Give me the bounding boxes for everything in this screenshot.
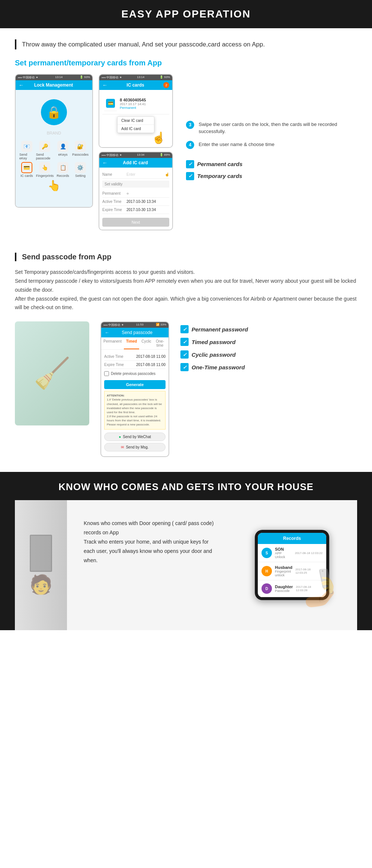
sp-active-time-row: Active Time 2017-08-18 11:00 xyxy=(104,353,166,361)
section2-desc-line1: Set Temporary passcode/cards/fingerprint… xyxy=(15,268,357,277)
watermark-text: BRAND xyxy=(47,131,61,135)
intro-text: Throw away the complicated user manual, … xyxy=(15,39,357,49)
phone2-carrier: •••• 中国移动 ✦ xyxy=(102,75,122,80)
avatar-son: S xyxy=(262,548,272,558)
phone3-battery: 🔋 89% xyxy=(160,153,170,157)
phone3-time: 13:34 xyxy=(137,153,144,157)
grid-item-setting[interactable]: ⚙️ Setting xyxy=(72,162,89,178)
rec-time-son: 2017-08-18 12:03:22 xyxy=(295,551,323,555)
fingerprints-icon: 👆 xyxy=(39,162,50,173)
records-item-son: S SON APP Unlock 2017-08-18 12:03:22 xyxy=(258,544,326,562)
section3-title: KNOW WHO COMES AND GETS INTO YOUR HOUSE xyxy=(15,481,357,500)
tab-cyclic[interactable]: Cyclic xyxy=(139,337,154,349)
tab-cus[interactable]: Cus xyxy=(166,337,169,349)
check-item-permanent: ✓ Permanent cards xyxy=(186,160,350,168)
check-item-temporary: ✓ Temporary cards xyxy=(186,172,350,180)
sp-title: Send passcode xyxy=(109,330,165,335)
section2-desc: Set Temporary passcode/cards/fingerprint… xyxy=(15,268,357,312)
grid-item-ic-cards[interactable]: 💳 IC cards xyxy=(19,162,34,178)
send-wechat-button[interactable]: ● Send by WeChat xyxy=(104,433,166,441)
active-time-row: Active Time 2017-10-30 13:34 xyxy=(102,198,169,206)
check-item-cyclic-password: ✓ Cyclic password xyxy=(180,350,357,359)
send-msg-label: Send by Msg. xyxy=(126,445,148,449)
phone-hand-wrapper: Records S SON APP Unlock 2017-08-18 12:0… xyxy=(255,530,329,600)
phone1-mockup: •••• 中国移动 ✦ 13:14 🔋 93% ← Lock Managemen… xyxy=(15,74,93,208)
grid-item-send-passcode[interactable]: 🔑 Send passcode xyxy=(36,141,54,160)
passcode-checklist-container: ✓ Permanent password ✓ Timed password ✓ … xyxy=(180,321,357,376)
lock-symbol: 🔒 xyxy=(46,105,61,119)
ic-cards-icon: 💳 xyxy=(21,162,32,173)
phone3-carrier: •••• 中国移动 ✦ xyxy=(102,153,122,157)
check-icon-timed-password: ✓ xyxy=(180,338,189,346)
step3-text: Swipe the user cards on the lock, then t… xyxy=(199,121,350,135)
section3-desc-line1: Knows who comes with Door opening ( card… xyxy=(84,519,216,537)
expire-time-value[interactable]: 2017-10-30 13:34 xyxy=(126,208,169,212)
attention-title: ATTENTION: xyxy=(107,394,125,397)
phone1-status-bar: •••• 中国移动 ✦ 13:14 🔋 93% xyxy=(16,75,92,80)
step4-info: 4 Enter the user name & choose time xyxy=(186,141,350,149)
sp-expire-time-label: Expire Time xyxy=(104,363,124,367)
fingerprints-label: Fingerprints xyxy=(36,174,54,178)
send-msg-button[interactable]: ✉ Send by Msg. xyxy=(104,443,166,451)
phone3-mockup: •••• 中国移动 ✦ 13:34 🔋 89% ← Add IC card Na… xyxy=(99,152,173,230)
section3-left: 🧑 Knows who comes with Door opening ( ca… xyxy=(15,500,227,630)
timed-password-label: Timed password xyxy=(192,339,235,345)
send-ekey-icon: 📧 xyxy=(21,141,32,152)
phone1-body: 🔒 BRAND 📧 Send eKey 🔑 Send passcode 👤 eK… xyxy=(16,90,92,207)
door-silhouette-icon: 🧑 xyxy=(29,535,52,595)
rec-name-son: SON xyxy=(275,547,292,551)
hand-pointer-3: ☝️ xyxy=(165,172,169,176)
rec-info-son: SON APP Unlock xyxy=(275,547,292,559)
generate-button[interactable]: Generate xyxy=(104,380,166,389)
ic-card-date: 2017.10.17 14:41 xyxy=(120,102,167,106)
phone1-carrier: •••• 中国移动 ✦ xyxy=(18,75,38,80)
sp-active-time-value: 2017-08-18 11:00 xyxy=(136,354,166,359)
section3-content: 🧑 Knows who comes with Door opening ( ca… xyxy=(15,500,357,630)
tab-one-time[interactable]: One-time xyxy=(154,337,166,349)
grid-item-records[interactable]: 📋 Records xyxy=(55,162,70,178)
section2-desc-line3: After the passcode expired, the guest ca… xyxy=(15,295,357,312)
section1-container: Throw away the complicated user manual, … xyxy=(0,28,372,245)
sp-back-arrow[interactable]: ← xyxy=(105,330,109,335)
ic-card-type: Permanent xyxy=(120,106,167,110)
send-passcode-phone: •••• 中国移动 ✦ 11:53 📶 33% ← Send passcode … xyxy=(100,321,169,457)
section3-right: Records S SON APP Unlock 2017-08-18 12:0… xyxy=(227,500,357,630)
permanent-toggle[interactable]: ○ xyxy=(126,191,169,195)
ic-card-info: 8 4036040545 2017.10.17 14:41 Permanent xyxy=(120,98,167,110)
bg-people-image: 🧹 xyxy=(15,321,89,425)
cards-demo: •••• 中国移动 ✦ 13:14 🔋 93% ← Lock Managemen… xyxy=(15,74,357,230)
grid-item-passcodes[interactable]: 🔐 Passcodes xyxy=(72,141,89,160)
active-time-value[interactable]: 2017-10-30 13:34 xyxy=(126,200,169,204)
passcodes-icon: 🔐 xyxy=(75,141,86,152)
grid-item-fingerprints[interactable]: 👆 Fingerprints xyxy=(36,162,54,178)
phone3-body: Name Enter ☝️ Set validity Permanent ○ A… xyxy=(99,168,172,230)
section1-subtitle: Set permanent/temporary cards from App xyxy=(15,59,357,67)
step3-info: 3 Swipe the user cards on the lock, then… xyxy=(186,121,350,135)
cards-checklist: ✓ Permanent cards ✓ Temporary cards xyxy=(186,160,350,184)
expire-time-label: Expire Time xyxy=(102,208,126,212)
tab-timed[interactable]: Timed xyxy=(124,337,139,349)
delete-prev-checkbox[interactable] xyxy=(104,371,109,376)
ic-card-icon-wrapper: 💳 xyxy=(104,96,117,111)
setting-label: Setting xyxy=(75,174,86,178)
clear-ic-card-option[interactable]: Clear IC card xyxy=(118,117,154,125)
temporary-cards-label: Temporary cards xyxy=(197,173,242,179)
grid-item-send-ekey[interactable]: 📧 Send eKey xyxy=(19,141,34,160)
step4-text: Enter the user name & choose time xyxy=(199,141,275,148)
step3-num: 3 xyxy=(186,121,194,129)
records-icon: 📋 xyxy=(57,162,68,173)
rec-method-son: APP Unlock xyxy=(275,551,292,559)
phone2-back-arrow[interactable]: ← xyxy=(102,82,108,88)
add-ic-card-option[interactable]: Add IC card xyxy=(118,125,154,133)
phone1-back-arrow[interactable]: ← xyxy=(19,82,24,88)
tab-permanent[interactable]: Permanent xyxy=(101,337,124,349)
hand-pointer-1: 👆 xyxy=(48,179,61,192)
next-button[interactable]: Next xyxy=(102,218,169,227)
send-passcode-label: Send passcode xyxy=(36,153,54,160)
name-input[interactable]: Enter xyxy=(126,172,165,176)
setting-icon: ⚙️ xyxy=(75,162,86,173)
phone1-title: Lock Management xyxy=(26,82,81,88)
grid-item-ekeys[interactable]: 👤 eKeys xyxy=(55,141,70,160)
sp-header: ← Send passcode xyxy=(101,328,169,337)
phone3-back-arrow[interactable]: ← xyxy=(102,160,108,166)
